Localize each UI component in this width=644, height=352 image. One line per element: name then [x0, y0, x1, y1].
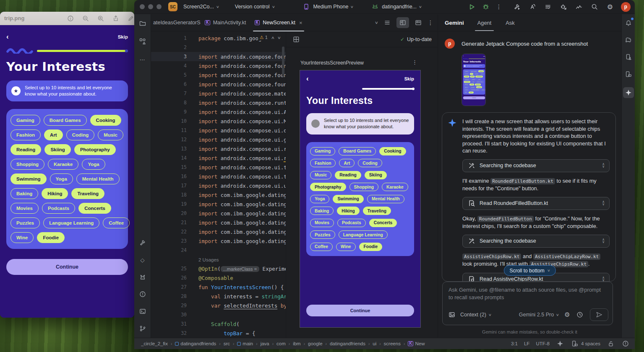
code-line[interactable]: 23import com.ibm.google.datingand [151, 236, 286, 246]
project-selector[interactable]: Screen2Co...∨ [181, 2, 222, 12]
profiler-icon[interactable] [575, 3, 583, 11]
attach-debugger-icon[interactable] [559, 3, 568, 11]
markup-icon[interactable] [127, 15, 134, 22]
code-line[interactable]: 10import androidx.compose.ui.Modi [151, 116, 286, 126]
skip-button[interactable]: Skip [404, 76, 414, 81]
zoom-window-button[interactable] [156, 4, 162, 9]
tool-call-row[interactable]: Read RoundedFilledButton.kt∧∨ [462, 197, 610, 210]
notifications-icon[interactable] [624, 18, 633, 27]
context-selector[interactable]: Context (2)∨ [460, 312, 491, 318]
interest-chip[interactable]: Yoga [310, 195, 329, 203]
interest-chip[interactable]: Swimming [333, 195, 364, 203]
attached-screenshot-thumbnail[interactable]: ‹SkipYour Interests★Select up to 10 inte… [461, 54, 486, 106]
zoom-in-icon[interactable] [97, 15, 104, 22]
next-problem-icon[interactable]: ∨ [277, 36, 281, 40]
settings-icon[interactable]: ⚙ [606, 3, 614, 11]
preview-name-label[interactable]: YourInterestsScreenPreview [300, 60, 364, 66]
tab-newscreen[interactable]: K NewScreen.kt × [250, 14, 307, 31]
close-tab-icon[interactable]: × [299, 20, 302, 26]
code-line[interactable]: 4import androidx.compose.foundat [151, 61, 286, 70]
code-line[interactable]: 28 val interests = stringArray [151, 292, 286, 301]
code-line[interactable]: 18import com.ibm.google.datingand [151, 190, 286, 199]
inlay-hint-row[interactable]: 2 Usages [151, 255, 286, 264]
search-icon[interactable] [590, 3, 599, 11]
breadcrumb-item[interactable]: datingandfriends [330, 341, 365, 346]
device-selector[interactable]: Medium Phone∨ [300, 2, 356, 12]
breadcrumb-item[interactable]: screens [384, 341, 401, 346]
expand-icon[interactable]: ∧∨ [602, 163, 605, 168]
code-line[interactable]: 16import androidx.compose.ui.tool [151, 172, 286, 181]
breadcrumb-item[interactable]: _circle_2_fix [141, 341, 168, 346]
file-encoding[interactable]: UTF-8 [536, 341, 550, 346]
line-separator[interactable]: LF [524, 341, 529, 346]
code-line[interactable]: 7import androidx.compose.materia [151, 89, 286, 98]
interest-chip[interactable]: Concerts [369, 219, 397, 227]
code-line[interactable]: 32 topBar = { [151, 329, 286, 338]
gem-icon[interactable]: ◇ [138, 256, 147, 264]
tool-call-row[interactable]: Searching the codebase∧∨ [462, 159, 610, 172]
code-line[interactable]: 12import androidx.compose.ui.grap [151, 135, 286, 144]
interest-chip[interactable]: Hiking [337, 207, 359, 215]
interest-chip[interactable]: Music [310, 171, 331, 179]
interest-chip[interactable]: Wine [336, 243, 356, 251]
back-icon[interactable]: ‹ [306, 76, 309, 81]
code-line[interactable]: 31 Scaffold( [151, 319, 286, 329]
interest-chip[interactable]: Baking [310, 207, 334, 215]
code-line[interactable]: 29 var selectedInterests by re [151, 301, 286, 310]
debug-button[interactable] [482, 3, 490, 11]
interest-chip[interactable]: Puzzles [310, 230, 335, 239]
tab-mainactivity[interactable]: K MainActivity.kt [201, 14, 250, 31]
expand-icon[interactable]: ∧∨ [602, 201, 605, 206]
device-manager-icon[interactable] [624, 53, 633, 61]
code-line[interactable]: 21import com.ibm.google.datingand [151, 218, 286, 227]
code-view-icon[interactable] [383, 18, 391, 27]
code-line[interactable]: 22import com.ibm.google.datingand [151, 227, 286, 236]
run-button[interactable] [467, 3, 476, 11]
breadcrumb-item[interactable]: ibm [293, 341, 301, 346]
breadcrumb-item[interactable]: google [308, 341, 323, 346]
breadcrumb-item[interactable]: KNew [408, 341, 425, 346]
design-view-icon[interactable] [414, 18, 422, 27]
code-line[interactable]: 6import androidx.compose.foundat [151, 80, 286, 89]
gemini-status-icon[interactable] [556, 339, 564, 348]
prev-problem-icon[interactable]: ∧ [271, 36, 274, 40]
interest-chip[interactable]: Podcasts [337, 219, 366, 227]
interest-chip[interactable]: Movies [310, 219, 334, 227]
logcat-icon[interactable] [138, 273, 147, 281]
interest-chip[interactable]: Karaoke [382, 183, 408, 191]
interest-chip[interactable]: Gaming [310, 147, 335, 155]
interest-chip[interactable]: Cooking [379, 147, 406, 155]
editor-options-icon[interactable]: ⋮ [428, 19, 433, 26]
interest-chip[interactable]: Coding [358, 159, 382, 167]
more-actions-icon[interactable]: ⋮ [496, 3, 502, 10]
vcs-menu[interactable]: Version control∨ [232, 2, 277, 12]
code-line[interactable]: 3import androidx.compose.foundat [151, 52, 286, 61]
profile-avatar[interactable]: p [621, 2, 631, 12]
interest-chip[interactable]: Language Learning [339, 230, 388, 239]
interest-chip[interactable]: Mental Health [367, 195, 404, 203]
gemini-input-box[interactable]: Context (2)∨ Gemini 2.5 Pro∨ ⚙ [442, 282, 613, 325]
gemini-settings-icon[interactable]: ⚙ [563, 311, 571, 319]
todo-icon[interactable] [544, 3, 552, 11]
split-view-toggle[interactable] [396, 17, 409, 28]
code-line[interactable]: 27fun YourInterestsScreen() { [151, 282, 286, 292]
window-controls[interactable] [140, 4, 162, 9]
tab-dateideasgeneratorscreen[interactable]: ateIdeasGeneratorScreen.kt [151, 14, 201, 31]
gemini-icon[interactable] [624, 88, 633, 97]
problems-status-icon[interactable] [621, 339, 630, 348]
unlock-icon[interactable] [607, 339, 615, 348]
info-icon[interactable] [67, 15, 74, 22]
continue-button[interactable]: Continue [306, 305, 414, 316]
code-line[interactable]: 15import androidx.compose.ui.text [151, 163, 286, 172]
interest-chip[interactable]: Traveling [363, 207, 391, 215]
interest-chip[interactable]: Board Games [339, 147, 376, 155]
code-line[interactable]: 30 [151, 310, 286, 319]
more-icon[interactable]: ⋯ [138, 55, 147, 64]
caret-position[interactable]: 3:1 [511, 341, 518, 346]
scroll-to-bottom-button[interactable]: Scroll to bottom∨ [503, 265, 555, 276]
grid-layout-icon[interactable] [292, 35, 300, 44]
breadcrumb-item[interactable]: src [224, 341, 230, 346]
interest-chip[interactable]: Reading [335, 171, 361, 179]
zoom-out-icon[interactable] [82, 15, 89, 22]
code-line[interactable]: 11import androidx.compose.ui.draw [151, 126, 286, 135]
